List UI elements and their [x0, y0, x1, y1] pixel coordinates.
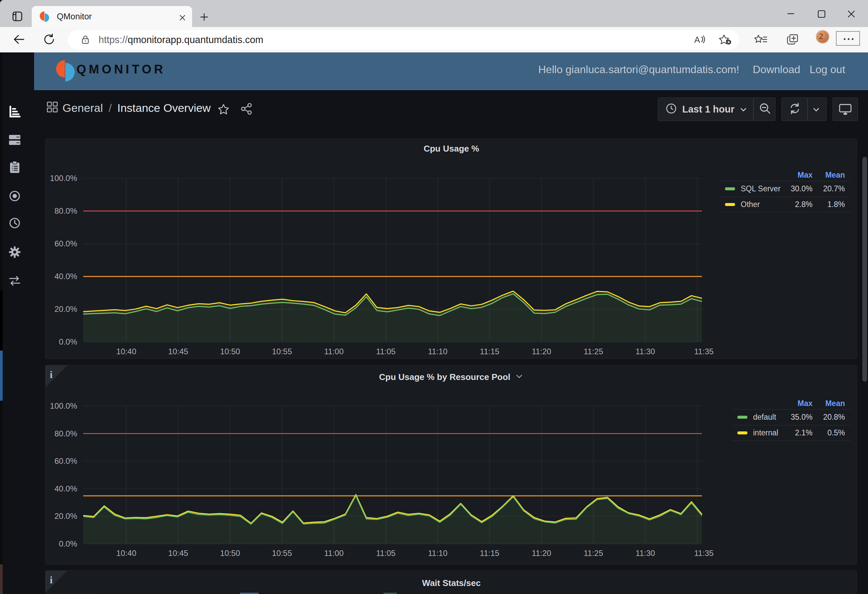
svg-text:100.0%: 100.0% [50, 401, 77, 410]
svg-text:40.0%: 40.0% [55, 272, 77, 281]
svg-text:11:20: 11:20 [532, 548, 551, 558]
svg-text:80.0%: 80.0% [55, 206, 77, 215]
svg-text:10:55: 10:55 [272, 347, 292, 356]
svg-text:11:25: 11:25 [584, 347, 603, 356]
svg-text:40.0%: 40.0% [55, 484, 77, 493]
svg-text:11:05: 11:05 [376, 347, 396, 356]
svg-text:20.0%: 20.0% [55, 511, 77, 520]
svg-text:A: A [694, 35, 700, 45]
svg-text:11:15: 11:15 [480, 548, 499, 558]
svg-text:0.0%: 0.0% [59, 337, 77, 346]
svg-text:10:50: 10:50 [220, 548, 240, 558]
svg-text:11:15: 11:15 [480, 347, 499, 356]
svg-text:11:20: 11:20 [532, 347, 551, 356]
svg-text:60.0%: 60.0% [55, 457, 77, 466]
svg-text:20.0%: 20.0% [55, 305, 77, 314]
svg-text:11:00: 11:00 [324, 347, 344, 356]
svg-text:11:00: 11:00 [324, 548, 344, 558]
svg-text:100.0%: 100.0% [50, 174, 77, 183]
svg-text:10:45: 10:45 [168, 347, 188, 356]
svg-text:60.0%: 60.0% [55, 239, 77, 248]
svg-text:11:30: 11:30 [635, 548, 655, 558]
svg-text:11:35: 11:35 [694, 347, 714, 356]
svg-text:11:05: 11:05 [376, 548, 396, 558]
svg-text:80.0%: 80.0% [55, 429, 77, 438]
svg-text:11:35: 11:35 [694, 548, 714, 558]
svg-text:10:50: 10:50 [220, 347, 240, 356]
svg-text:11:30: 11:30 [635, 347, 655, 356]
svg-text:QMONITOR: QMONITOR [77, 62, 166, 76]
svg-text:10:40: 10:40 [116, 548, 136, 558]
svg-text:0.0%: 0.0% [59, 539, 77, 548]
svg-text:10:40: 10:40 [116, 347, 136, 356]
svg-text:11:10: 11:10 [428, 347, 447, 356]
svg-text:11:10: 11:10 [428, 548, 447, 558]
svg-text:10:45: 10:45 [168, 548, 188, 558]
svg-text:11:25: 11:25 [584, 548, 603, 558]
svg-text:10:55: 10:55 [272, 548, 292, 558]
